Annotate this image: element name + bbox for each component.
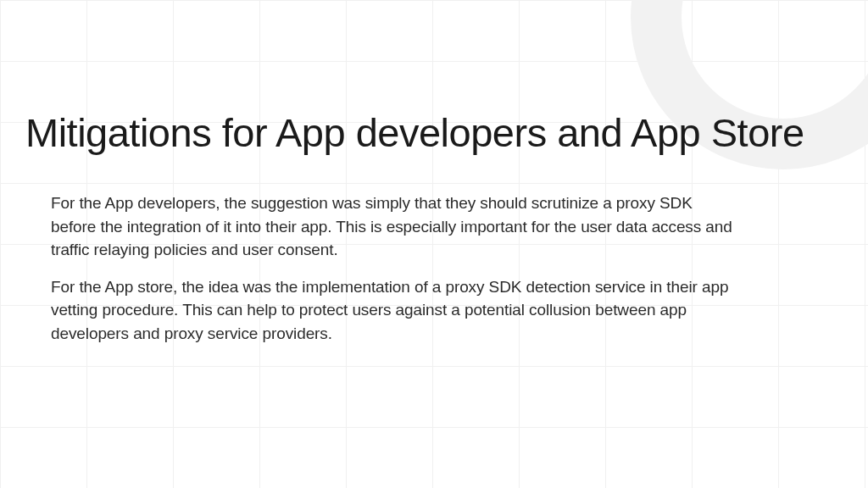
slide-content: Mitigations for App developers and App S… <box>0 0 868 345</box>
paragraph-1: For the App developers, the suggestion w… <box>51 191 737 262</box>
slide-title: Mitigations for App developers and App S… <box>25 110 814 156</box>
body-text-container: For the App developers, the suggestion w… <box>25 191 737 345</box>
paragraph-2: For the App store, the idea was the impl… <box>51 275 737 346</box>
